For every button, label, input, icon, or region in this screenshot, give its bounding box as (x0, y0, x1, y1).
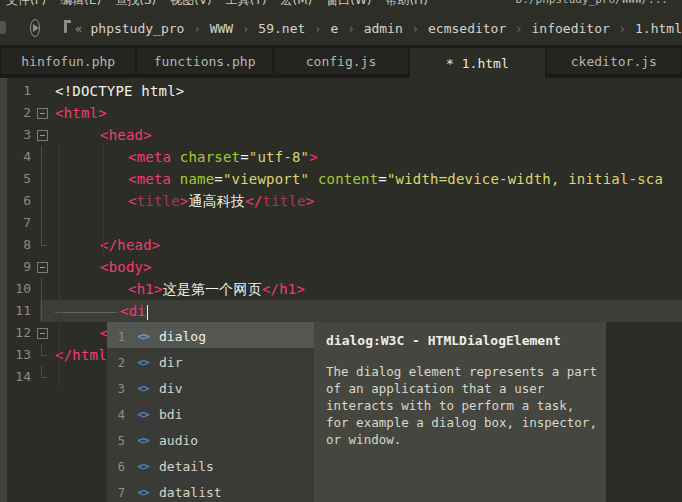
line-number: 5 (0, 168, 31, 190)
menu-item[interactable]: 工具(T) (226, 0, 267, 7)
code-line[interactable]: 1<!DOCTYPE html> (0, 80, 682, 102)
clipped-edge-icon (0, 21, 6, 34)
fold-guide (31, 234, 53, 256)
menu-item[interactable]: 文件(F) (6, 0, 46, 7)
breadcrumb-separator-icon: › (314, 22, 321, 36)
tab-config.js[interactable]: config.js (274, 48, 408, 74)
breadcrumb-bar: « phpstudy_pro›WWW›59.net›e›admin›ecmsed… (0, 11, 682, 45)
breadcrumb-item[interactable]: e (331, 21, 339, 36)
autocomplete-label: audio (159, 433, 198, 448)
indent-guide (59, 144, 60, 386)
fold-toggle-icon[interactable] (31, 256, 53, 278)
whitespace-tab-marker (55, 312, 117, 313)
autocomplete-item-audio[interactable]: 5<>audio (107, 426, 314, 452)
autocomplete-label: details (159, 459, 214, 474)
code-text: <body> (53, 256, 152, 278)
menu-item[interactable]: 查找(S) (115, 0, 156, 7)
fold-guide (31, 190, 53, 212)
code-line[interactable]: 11<di (0, 300, 682, 322)
code-text: <!DOCTYPE html> (53, 80, 184, 102)
autocomplete-index: 6 (107, 460, 125, 474)
line-number: 11 (0, 300, 31, 322)
fold-toggle-icon[interactable] (31, 102, 53, 124)
line-number: 1 (0, 80, 31, 102)
fold-guide (31, 80, 53, 102)
code-line[interactable]: 3<head> (0, 124, 682, 146)
code-text: <meta name="viewport" content="width=dev… (53, 168, 663, 190)
code-line[interactable]: 9<body> (0, 256, 682, 278)
line-number: 14 (0, 366, 31, 388)
autocomplete-item-dialog[interactable]: 1<>dialog (107, 322, 314, 348)
autocomplete-index: 1 (107, 330, 125, 344)
line-number: 10 (0, 278, 31, 300)
tab-hinfofun.php[interactable]: hinfofun.php (1, 48, 135, 74)
editor-window: 文件(F)编辑(E)查找(S)视图(V)工具(T)宏(M)窗口(W)帮助(H) … (0, 0, 682, 502)
line-number: 7 (0, 212, 31, 234)
fold-guide (31, 278, 53, 300)
code-text: <title>通高科技</title> (53, 190, 314, 212)
autocomplete-index: 4 (107, 408, 125, 422)
fold-guide (31, 168, 53, 190)
element-tag-icon: <> (133, 408, 153, 421)
breadcrumb: phpstudy_pro›WWW›59.net›e›admin›ecmsedit… (90, 21, 682, 36)
completion-doc-tooltip: dialog:W3C - HTMLDialogElement The dialo… (314, 322, 606, 502)
autocomplete-popup: 1<>dialog2<>dir3<>div4<>bdi5<>audio6<>de… (107, 322, 314, 502)
fold-toggle-icon[interactable] (31, 124, 53, 146)
line-number: 12 (0, 322, 31, 344)
autocomplete-index: 2 (107, 356, 125, 370)
breadcrumb-item[interactable]: 59.net (258, 21, 305, 36)
breadcrumb-item[interactable]: ecmseditor (428, 21, 506, 36)
code-text: <h1>这是第一个网页</h1> (53, 278, 305, 300)
code-text: <meta charset="utf-8"> (53, 146, 318, 168)
autocomplete-index: 3 (107, 382, 125, 396)
autocomplete-item-dir[interactable]: 2<>dir (107, 348, 314, 374)
menu-item[interactable]: 窗口(W) (326, 0, 371, 7)
tab-functions.php[interactable]: functions.php (137, 48, 271, 74)
breadcrumb-item[interactable]: phpstudy_pro (90, 21, 184, 36)
menu-item[interactable]: 帮助(H) (385, 0, 427, 7)
breadcrumb-separator-icon: › (242, 22, 249, 36)
collapse-chevron-icon[interactable]: « (75, 21, 83, 36)
breadcrumb-item[interactable]: infoeditor (532, 21, 610, 36)
breadcrumb-item[interactable]: admin (364, 21, 403, 36)
line-number: 9 (0, 256, 31, 278)
autocomplete-label: div (159, 381, 182, 396)
breadcrumb-separator-icon: › (347, 22, 354, 36)
menu-item[interactable]: 宏(M) (280, 0, 312, 7)
autocomplete-item-datalist[interactable]: 7<>datalist (107, 478, 314, 502)
indent-guide (103, 144, 104, 254)
code-line[interactable]: 10<h1>这是第一个网页</h1> (0, 278, 682, 300)
tooltip-title: dialog:W3C - HTMLDialogElement (326, 333, 594, 348)
autocomplete-item-div[interactable]: 3<>div (107, 374, 314, 400)
code-text (53, 212, 55, 234)
breadcrumb-item[interactable]: 1.html (635, 21, 682, 36)
menu-item[interactable]: 视图(V) (170, 0, 212, 7)
element-tag-icon: <> (133, 356, 153, 369)
text-caret (147, 305, 148, 320)
line-number: 3 (0, 124, 31, 146)
code-line[interactable]: 2<html> (0, 102, 682, 124)
fold-guide (31, 300, 53, 322)
menu-bar: 文件(F)编辑(E)查找(S)视图(V)工具(T)宏(M)窗口(W)帮助(H) … (0, 0, 682, 11)
tab-ckeditor.js[interactable]: ckeditor.js (547, 48, 681, 74)
play-icon[interactable] (30, 19, 40, 37)
tooltip-body: The dialog element represents a part of … (326, 363, 602, 448)
autocomplete-index: 7 (107, 486, 125, 500)
fold-toggle-icon[interactable] (31, 322, 53, 344)
code-text (53, 366, 55, 388)
element-tag-icon: <> (133, 434, 153, 447)
line-number: 13 (0, 344, 31, 366)
element-tag-icon: <> (133, 486, 153, 499)
tab-1.html[interactable]: * 1.html (410, 48, 544, 78)
menu-item[interactable]: 编辑(E) (60, 0, 101, 7)
autocomplete-item-bdi[interactable]: 4<>bdi (107, 400, 314, 426)
element-tag-icon: <> (133, 460, 153, 473)
line-number: 8 (0, 234, 31, 256)
autocomplete-item-details[interactable]: 6<>details (107, 452, 314, 478)
fold-guide (31, 212, 53, 234)
code-text: </head> (53, 234, 160, 256)
menu-items[interactable]: 文件(F)编辑(E)查找(S)视图(V)工具(T)宏(M)窗口(W)帮助(H) (6, 0, 442, 9)
element-tag-icon: <> (133, 330, 153, 343)
breadcrumb-item[interactable]: WWW (210, 21, 233, 36)
line-number: 2 (0, 102, 31, 124)
